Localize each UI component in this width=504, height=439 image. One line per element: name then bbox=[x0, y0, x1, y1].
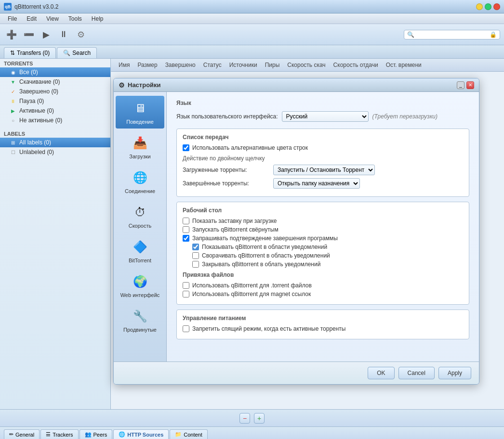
advanced-icon: 🔧 bbox=[132, 308, 149, 325]
col-dl-speed: Скорость скач bbox=[283, 61, 329, 69]
alt-colors-label: Использовать альтернативные цвета строк bbox=[192, 144, 308, 151]
content-tab-label: Content bbox=[184, 432, 202, 438]
general-tab-label: General bbox=[15, 432, 34, 438]
all-labels-icon: ⊞ bbox=[10, 139, 16, 146]
menu-help[interactable]: Help bbox=[88, 14, 107, 23]
app-icon: qB bbox=[4, 3, 12, 11]
sidebar-item-downloading[interactable]: ▼ Скачивание (0) bbox=[0, 77, 110, 87]
torrent-assoc-checkbox[interactable] bbox=[183, 282, 189, 289]
sidebar-item-all-labels[interactable]: ⊞ All labels (0) bbox=[0, 138, 110, 147]
sidebar-inactive-label: Не активные (0) bbox=[19, 117, 62, 124]
apply-button[interactable]: Apply bbox=[438, 367, 471, 379]
minimize-button[interactable] bbox=[476, 3, 483, 10]
menu-bar: File Edit View Tools Help bbox=[0, 13, 504, 24]
start-minimized-checkbox[interactable] bbox=[183, 226, 189, 233]
remove-torrent-button[interactable]: ➖ bbox=[21, 27, 37, 42]
minimize-tray-checkbox[interactable] bbox=[192, 252, 199, 259]
sidebar-item-completed[interactable]: ✓ Завершено (0) bbox=[0, 87, 110, 96]
menu-view[interactable]: View bbox=[42, 14, 63, 23]
completed-row: Завершённые торренты: Открыть папку назн… bbox=[183, 178, 463, 189]
cancel-button[interactable]: Cancel bbox=[398, 367, 435, 379]
close-button[interactable] bbox=[493, 3, 500, 10]
ask-close-label: Запрашивать подтверждение завершения про… bbox=[192, 235, 338, 242]
start-minimized-label: Запускать qBittorrent свёрнутым bbox=[192, 226, 279, 233]
close-tray-checkbox[interactable] bbox=[192, 261, 199, 268]
settings-icon: ⚙ bbox=[119, 81, 125, 89]
sidebar-all-labels-label: All labels (0) bbox=[19, 139, 51, 146]
menu-file[interactable]: File bbox=[4, 14, 21, 23]
nav-connection[interactable]: 🌐 Соединение bbox=[116, 165, 164, 198]
unlabeled-icon: ☐ bbox=[10, 149, 16, 155]
torrents-section-title: Torrents bbox=[0, 59, 110, 67]
alt-colors-row: Использовать альтернативные цвета строк bbox=[183, 144, 463, 151]
dialog-title-bar: ⚙ Настройки _ ✕ bbox=[114, 78, 479, 92]
bottom-tab-general[interactable]: ✏ General bbox=[4, 429, 40, 439]
add-torrent-button[interactable]: ➕ bbox=[4, 27, 19, 42]
title-bar: qB qBittorrent v3.0.2 bbox=[0, 0, 504, 13]
nav-webui[interactable]: 🌍 Web интерфейс bbox=[116, 269, 164, 302]
maximize-button[interactable] bbox=[485, 3, 491, 10]
nav-downloads[interactable]: 📥 Загрузки bbox=[116, 130, 164, 163]
dialog-minimize-button[interactable]: _ bbox=[457, 81, 464, 89]
active-icon: ▶ bbox=[10, 107, 16, 114]
menu-edit[interactable]: Edit bbox=[23, 14, 40, 23]
tray-options-group: Показывать qBittorrent в области уведомл… bbox=[183, 244, 463, 268]
tab-search[interactable]: 🔍 Search bbox=[57, 47, 97, 58]
tab-transfers[interactable]: ⇅ Transfers (0) bbox=[4, 47, 56, 58]
nav-bittorrent-label: BitTorrent bbox=[129, 258, 151, 263]
minimize-tray-row: Сворачивать qBittorrent в область уведом… bbox=[192, 252, 463, 259]
bottom-actions: − + bbox=[0, 409, 504, 426]
table-header: Имя Размер Завершено Статус Источники Пи… bbox=[111, 59, 504, 72]
bottom-tab-http[interactable]: 🌐 HTTP Sources bbox=[113, 429, 169, 439]
nav-behavior-label: Поведение bbox=[126, 119, 154, 125]
sidebar-paused-label: Пауза (0) bbox=[19, 98, 44, 104]
completed-select[interactable]: Открыть папку назначения bbox=[273, 178, 360, 189]
sidebar-item-paused[interactable]: ⏸ Пауза (0) bbox=[0, 96, 110, 106]
sidebar-item-all[interactable]: ◉ Все (0) bbox=[0, 67, 110, 77]
nav-bittorrent[interactable]: 🔷 BitTorrent bbox=[116, 234, 164, 267]
trackers-tab-icon: ☰ bbox=[46, 431, 51, 438]
bottom-tab-content[interactable]: 📁 Content bbox=[170, 429, 208, 439]
language-select[interactable]: Русский bbox=[282, 111, 369, 122]
nav-advanced-label: Продвинутые bbox=[123, 327, 157, 333]
show-tray-checkbox[interactable] bbox=[192, 244, 199, 250]
language-label: Язык пользовательского интерфейса: bbox=[176, 113, 278, 120]
sidebar-completed-label: Завершено (0) bbox=[19, 88, 58, 95]
show-splash-checkbox[interactable] bbox=[183, 218, 189, 224]
ask-close-checkbox[interactable] bbox=[183, 235, 189, 242]
magnet-assoc-label: Использовать qBittorrent для magnet ссыл… bbox=[192, 291, 311, 297]
sidebar-item-active[interactable]: ▶ Активные (0) bbox=[0, 106, 110, 116]
nav-behavior[interactable]: 🖥 Поведение bbox=[116, 96, 164, 129]
nav-advanced[interactable]: 🔧 Продвинутые bbox=[116, 304, 164, 336]
downloaded-select[interactable]: Запустить / Остановить Торрент bbox=[273, 165, 375, 175]
search-input[interactable] bbox=[416, 31, 490, 38]
sidebar-active-label: Активные (0) bbox=[19, 107, 54, 114]
file-assoc-group: Привязка файлов Использовать qBittorrent… bbox=[183, 271, 463, 297]
pause-button[interactable]: ⏸ bbox=[56, 27, 71, 42]
ask-close-row: Запрашивать подтверждение завершения про… bbox=[183, 235, 463, 242]
power-section: Управление питанием Запретить спящий реж… bbox=[176, 310, 469, 339]
bottom-tab-peers[interactable]: 👥 Peers bbox=[80, 429, 113, 439]
peers-tab-label: Peers bbox=[93, 432, 107, 438]
bottom-tab-trackers[interactable]: ☰ Trackers bbox=[40, 429, 78, 439]
bottom-tabs: ✏ General ☰ Trackers 👥 Peers 🌐 HTTP Sour… bbox=[0, 426, 504, 439]
dialog-controls: _ ✕ bbox=[457, 81, 474, 89]
nav-speed[interactable]: ⏱ Скорость bbox=[116, 200, 164, 232]
menu-tools[interactable]: Tools bbox=[65, 14, 86, 23]
magnet-assoc-checkbox[interactable] bbox=[183, 291, 189, 297]
alt-colors-checkbox[interactable] bbox=[183, 144, 189, 151]
sidebar-item-inactive[interactable]: ○ Не активные (0) bbox=[0, 116, 110, 125]
col-size: Размер bbox=[133, 61, 161, 69]
add-button[interactable]: + bbox=[254, 413, 265, 424]
dialog-close-button[interactable]: ✕ bbox=[466, 81, 474, 89]
sleep-checkbox[interactable] bbox=[183, 325, 189, 332]
resume-button[interactable]: ▶ bbox=[39, 27, 54, 42]
search-box: 🔍 🔒 bbox=[404, 30, 500, 39]
settings-button[interactable]: ⚙ bbox=[73, 27, 89, 42]
completed-icon: ✓ bbox=[10, 88, 16, 95]
ok-button[interactable]: OK bbox=[368, 367, 394, 379]
desktop-section: Рабочий стол Показать заставку при загру… bbox=[176, 202, 469, 305]
general-tab-icon: ✏ bbox=[9, 431, 13, 438]
sidebar-item-unlabeled[interactable]: ☐ Unlabeled (0) bbox=[0, 147, 110, 157]
remove-button[interactable]: − bbox=[239, 413, 250, 424]
